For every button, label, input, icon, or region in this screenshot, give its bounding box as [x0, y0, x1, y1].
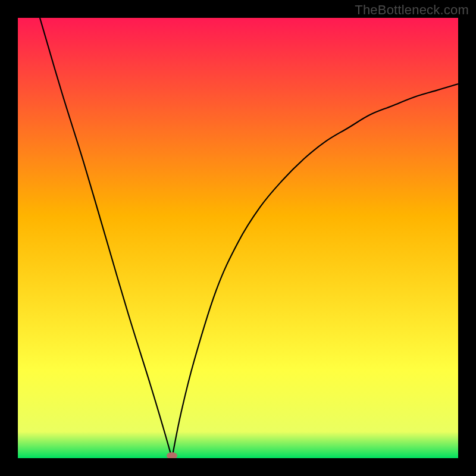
chart-svg [18, 18, 458, 458]
watermark-text: TheBottleneck.com [355, 2, 469, 18]
plot-area [18, 18, 458, 458]
gradient-background [18, 18, 458, 458]
chart-container: TheBottleneck.com [0, 0, 476, 476]
